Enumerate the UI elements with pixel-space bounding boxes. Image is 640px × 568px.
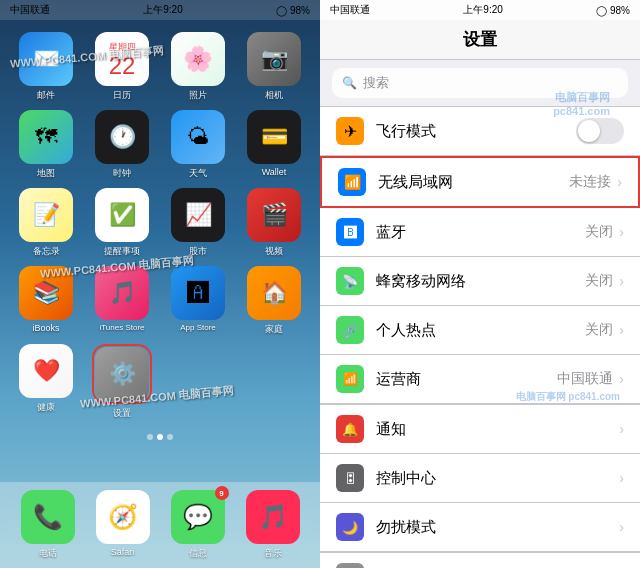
dock-safari[interactable]: 🧭 Safari xyxy=(96,490,150,560)
right-battery: ◯ 98% xyxy=(596,5,630,16)
app-reminders-icon: ✅ xyxy=(95,188,149,242)
settings-row-bluetooth[interactable]: 🅱 蓝牙 关闭 › xyxy=(320,208,640,257)
right-watermark-bottom: 电脑百事网 pc841.com xyxy=(516,390,620,404)
page-dot-3 xyxy=(167,434,173,440)
left-time: 上午9:20 xyxy=(143,3,182,17)
app-wallet-icon: 💳 xyxy=(247,110,301,164)
left-carrier: 中国联通 xyxy=(10,3,50,17)
carrier-value: 中国联通 xyxy=(557,370,613,388)
app-stocks[interactable]: 📈 股市 xyxy=(164,188,232,258)
app-videos-label: 视频 xyxy=(265,245,283,258)
app-health[interactable]: ❤️ 健康 xyxy=(12,344,80,420)
app-clock-label: 时钟 xyxy=(113,167,131,180)
dock: 📞 电话 🧭 Safari 💬 9 信息 🎵 音乐 xyxy=(0,482,320,568)
app-clock-icon: 🕐 xyxy=(95,110,149,164)
dock-messages-label: 信息 xyxy=(189,547,207,560)
hotspot-label: 个人热点 xyxy=(376,321,585,340)
settings-row-control[interactable]: 🎛 控制中心 › xyxy=(320,454,640,503)
app-clock[interactable]: 🕐 时钟 xyxy=(88,110,156,180)
dock-messages[interactable]: 💬 9 信息 xyxy=(171,490,225,560)
dnd-chevron-icon: › xyxy=(619,519,624,535)
dock-phone-label: 电话 xyxy=(39,547,57,560)
nav-bar: 设置 xyxy=(320,20,640,60)
app-photos-icon: 🌸 xyxy=(171,32,225,86)
app-photos-label: 照片 xyxy=(189,89,207,102)
hotspot-chevron-icon: › xyxy=(619,322,624,338)
app-maps-icon: 🗺 xyxy=(19,110,73,164)
app-wallet[interactable]: 💳 Wallet xyxy=(240,110,308,180)
app-videos[interactable]: 🎬 视频 xyxy=(240,188,308,258)
messages-badge: 9 xyxy=(215,486,229,500)
app-appstore-icon: 🅰 xyxy=(171,266,225,320)
left-battery: ◯ 98% xyxy=(276,5,310,16)
airplane-label: 飞行模式 xyxy=(376,122,576,141)
app-videos-icon: 🎬 xyxy=(247,188,301,242)
dnd-label: 勿扰模式 xyxy=(376,518,619,537)
app-appstore-label: App Store xyxy=(180,323,216,332)
app-maps[interactable]: 🗺 地图 xyxy=(12,110,80,180)
app-calendar[interactable]: 星期四 22 日历 xyxy=(88,32,156,102)
settings-row-dnd[interactable]: 🌙 勿扰模式 › xyxy=(320,503,640,551)
page-dot-1 xyxy=(147,434,153,440)
dock-safari-icon: 🧭 xyxy=(96,490,150,544)
app-home-icon: 🏠 xyxy=(247,266,301,320)
app-grid: ✉️ 邮件 星期四 22 日历 🌸 照片 📷 相机 🗺 地图 🕐 xyxy=(0,22,320,430)
page-dots xyxy=(0,434,320,440)
app-photos[interactable]: 🌸 照片 xyxy=(164,32,232,102)
bluetooth-label: 蓝牙 xyxy=(376,223,585,242)
general-icon: ⚙ xyxy=(336,563,364,568)
notifications-chevron-icon: › xyxy=(619,421,624,437)
app-weather[interactable]: 🌤 天气 xyxy=(164,110,232,180)
right-panel: 中国联通 上午9:20 ◯ 98% 电脑百事网pc841.com 设置 🔍 搜索… xyxy=(320,0,640,568)
search-icon: 🔍 xyxy=(342,76,357,90)
app-health-label: 健康 xyxy=(37,401,55,414)
app-reminders[interactable]: ✅ 提醒事项 xyxy=(88,188,156,258)
settings-group-2: 🔔 通知 › 🎛 控制中心 › 🌙 勿扰模式 › xyxy=(320,404,640,552)
settings-row-general[interactable]: ⚙ 通用 › xyxy=(320,553,640,568)
carrier-chevron-icon: › xyxy=(619,371,624,387)
dock-music-label: 音乐 xyxy=(264,547,282,560)
dock-safari-label: Safari xyxy=(111,547,135,557)
wifi-label: 无线局域网 xyxy=(378,173,569,192)
notifications-label: 通知 xyxy=(376,420,619,439)
nav-title: 设置 xyxy=(463,30,497,49)
carrier-icon: 📶 xyxy=(336,365,364,393)
cellular-icon: 📡 xyxy=(336,267,364,295)
search-placeholder: 搜索 xyxy=(363,74,389,92)
app-itunes-label: iTunes Store xyxy=(99,323,144,332)
notifications-icon: 🔔 xyxy=(336,415,364,443)
app-notes-label: 备忘录 xyxy=(33,245,60,258)
settings-row-cellular[interactable]: 📡 蜂窝移动网络 关闭 › xyxy=(320,257,640,306)
dock-music[interactable]: 🎵 音乐 xyxy=(246,490,300,560)
settings-row-hotspot[interactable]: 🔗 个人热点 关闭 › xyxy=(320,306,640,355)
dock-music-icon: 🎵 xyxy=(246,490,300,544)
app-notes[interactable]: 📝 备忘录 xyxy=(12,188,80,258)
app-weather-icon: 🌤 xyxy=(171,110,225,164)
airplane-toggle[interactable] xyxy=(576,118,624,144)
app-ibooks-label: iBooks xyxy=(32,323,59,333)
settings-row-notifications[interactable]: 🔔 通知 › xyxy=(320,405,640,454)
app-mail-label: 邮件 xyxy=(37,89,55,102)
app-appstore[interactable]: 🅰 App Store xyxy=(164,266,232,336)
control-icon: 🎛 xyxy=(336,464,364,492)
settings-row-wifi[interactable]: 📶 无线局域网 未连接 › xyxy=(320,156,640,208)
wifi-chevron-icon: › xyxy=(617,174,622,190)
cellular-label: 蜂窝移动网络 xyxy=(376,272,585,291)
app-stocks-icon: 📈 xyxy=(171,188,225,242)
app-settings-label: 设置 xyxy=(113,407,131,420)
right-time: 上午9:20 xyxy=(463,3,502,17)
dock-phone[interactable]: 📞 电话 xyxy=(21,490,75,560)
left-status-bar: 中国联通 上午9:20 ◯ 98% xyxy=(0,0,320,20)
wifi-icon: 📶 xyxy=(338,168,366,196)
settings-row-airplane[interactable]: ✈ 飞行模式 xyxy=(320,107,640,156)
app-camera[interactable]: 📷 相机 xyxy=(240,32,308,102)
app-home[interactable]: 🏠 家庭 xyxy=(240,266,308,336)
control-chevron-icon: › xyxy=(619,470,624,486)
right-status-bar: 中国联通 上午9:20 ◯ 98% xyxy=(320,0,640,20)
app-health-icon: ❤️ xyxy=(19,344,73,398)
page-dot-2 xyxy=(157,434,163,440)
app-camera-label: 相机 xyxy=(265,89,283,102)
dock-phone-icon: 📞 xyxy=(21,490,75,544)
app-home-label: 家庭 xyxy=(265,323,283,336)
settings-group-1: ✈ 飞行模式 📶 无线局域网 未连接 › 🅱 蓝牙 关闭 › 📡 蜂窝移动网络 … xyxy=(320,106,640,404)
